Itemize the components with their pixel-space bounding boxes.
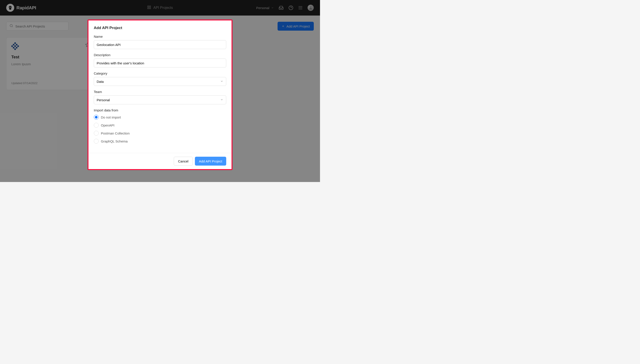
radio-graphql[interactable]: GraphQL Schema xyxy=(94,139,226,144)
category-value: Data xyxy=(97,80,104,84)
team-select[interactable]: Personal xyxy=(94,96,226,104)
category-select[interactable]: Data xyxy=(94,77,226,86)
modal-title: Add API Project xyxy=(94,26,226,30)
radio-label: Do not import xyxy=(101,116,121,119)
radio-openapi[interactable]: OpenAPI xyxy=(94,123,226,128)
import-label: Import data from xyxy=(94,108,226,112)
team-label: Team xyxy=(94,90,226,94)
modal-overlay[interactable]: Add API Project Name Description Categor… xyxy=(0,0,320,182)
radio-postman[interactable]: Postman Collection xyxy=(94,131,226,136)
description-label: Description xyxy=(94,53,226,57)
submit-button[interactable]: Add API Project xyxy=(195,157,226,166)
add-project-modal: Add API Project Name Description Categor… xyxy=(88,20,233,170)
radio-label: GraphQL Schema xyxy=(101,140,128,143)
chevron-down-icon xyxy=(220,80,223,84)
team-value: Personal xyxy=(97,98,110,102)
chevron-down-icon xyxy=(220,98,223,102)
radio-circle-icon xyxy=(94,123,99,128)
category-label: Category xyxy=(94,72,226,75)
radio-circle-icon xyxy=(94,139,99,144)
cancel-button[interactable]: Cancel xyxy=(174,157,193,166)
name-input[interactable] xyxy=(94,40,226,49)
radio-circle-icon xyxy=(94,115,99,120)
description-input[interactable] xyxy=(94,58,226,68)
radio-label: OpenAPI xyxy=(101,124,114,127)
radio-label: Postman Collection xyxy=(101,132,130,135)
name-label: Name xyxy=(94,34,226,38)
radio-circle-icon xyxy=(94,131,99,136)
radio-do-not-import[interactable]: Do not import xyxy=(94,115,226,120)
